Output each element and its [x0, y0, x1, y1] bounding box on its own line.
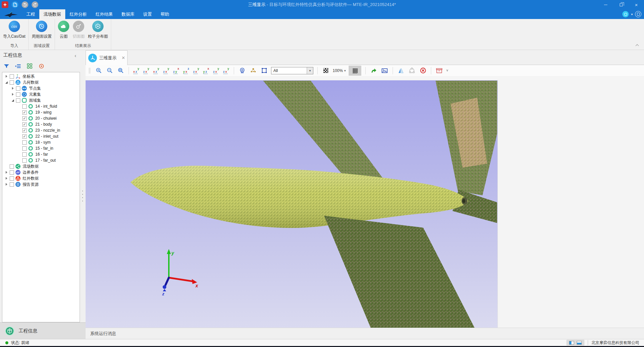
locate-target-icon[interactable]	[38, 63, 44, 69]
tree-item-boundary-conditions[interactable]: 边界条件	[2, 169, 80, 175]
undo-icon[interactable]	[22, 1, 28, 8]
tree-item-checkbox[interactable]: ✓	[22, 134, 27, 139]
tree-item-face-17-far-out[interactable]: 17 - far_out	[2, 157, 80, 163]
expander-closed-icon[interactable]	[4, 183, 9, 186]
tree-item-checkbox[interactable]: ✓	[22, 128, 27, 133]
menu-item-help[interactable]: 帮助	[156, 9, 173, 19]
import-cas-dat-button[interactable]: cas导入Cas/Dat	[1, 21, 27, 39]
tree-item-face-sets[interactable]: 面域集	[2, 97, 80, 103]
tree-item-checkbox[interactable]	[16, 86, 20, 91]
view-isometric-2-icon[interactable]: xyz	[203, 67, 210, 74]
tree-item-node-sets[interactable]: 节点集	[2, 85, 80, 91]
menu-item-engineering[interactable]: 工程	[22, 9, 39, 19]
tree-item-checkbox[interactable]	[10, 164, 14, 169]
tree-item-checkbox[interactable]	[16, 92, 20, 97]
zoom-percent-dropdown[interactable]: 100% ▾	[333, 68, 346, 73]
tree-item-element-sets[interactable]: 元素集	[2, 91, 80, 97]
maximize-button[interactable]	[613, 0, 629, 9]
menu-item-infrared-analysis[interactable]: 红外分析	[65, 9, 91, 19]
expander-closed-icon[interactable]	[11, 87, 15, 90]
expander-open-icon[interactable]	[4, 81, 9, 84]
ribbon-collapse-icon[interactable]	[636, 44, 639, 47]
transparency-checker-icon[interactable]	[322, 66, 330, 76]
tree-item-checkbox[interactable]	[22, 158, 27, 163]
redo-icon[interactable]	[32, 1, 38, 8]
zoom-fit-icon[interactable]	[117, 66, 125, 76]
view-back-icon[interactable]: yzx	[143, 67, 150, 74]
zoom-out-icon[interactable]	[106, 66, 114, 76]
layout-toggle-bottom-icon[interactable]	[577, 341, 582, 345]
tree-item-geometry-data[interactable]: 几何数据	[2, 79, 80, 85]
expander-open-icon[interactable]	[11, 99, 15, 102]
mirror-icon[interactable]	[397, 66, 405, 76]
tab-3d-display[interactable]: 三维显示 ✕	[86, 50, 128, 65]
tree-item-face-14-int-fluid[interactable]: 14 - int_fluid	[2, 103, 80, 109]
menu-item-flow-field-data[interactable]: 流场数据	[39, 9, 65, 19]
view-front-icon[interactable]: yxz	[133, 67, 140, 74]
panel-footer[interactable]: 工程信息	[0, 322, 86, 339]
view-isometric-1-icon[interactable]: yzx	[193, 67, 200, 74]
archive-box-icon[interactable]	[435, 66, 443, 76]
manual-icon[interactable]	[635, 11, 641, 17]
view-isometric-3-icon[interactable]: yzx	[213, 67, 220, 74]
tree-item-checkbox[interactable]	[22, 146, 27, 151]
layout-toggle-left-icon[interactable]	[569, 341, 574, 345]
contour-plot-button[interactable]: 云图	[56, 21, 71, 39]
tree-item-checkbox[interactable]	[10, 176, 14, 181]
quick-view-icon[interactable]	[622, 11, 629, 17]
tree-item-checkbox[interactable]: ✓	[22, 116, 27, 121]
view-left-icon[interactable]: yxz	[153, 67, 160, 74]
tree-item-face-22-inlet-out[interactable]: ✓22 - inlet_out	[2, 133, 80, 139]
menu-item-database[interactable]: 数据库	[117, 9, 139, 19]
tree-item-checkbox[interactable]: ✓	[22, 122, 27, 127]
close-button[interactable]: ×	[629, 0, 644, 9]
minimize-button[interactable]	[598, 0, 613, 9]
collapse-list-icon[interactable]	[15, 63, 21, 69]
zoom-in-icon[interactable]	[95, 66, 103, 76]
tree-item-face-15-far-in[interactable]: 15 - far_in	[2, 145, 80, 151]
tab-close-icon[interactable]: ✕	[122, 55, 125, 60]
chevron-down-icon[interactable]: ˅	[446, 69, 448, 72]
chevron-down-icon[interactable]: ▾	[631, 13, 633, 16]
tree-item-checkbox[interactable]	[10, 182, 14, 187]
slice-plot-button[interactable]: 切面图	[71, 21, 86, 39]
viewport-3d[interactable]: y x z	[86, 80, 497, 328]
export-arrow-icon[interactable]	[370, 66, 378, 76]
tree-item-checkbox[interactable]	[16, 98, 20, 103]
periodic-face-settings-button[interactable]: 周期面设置	[30, 21, 53, 39]
new-document-icon[interactable]	[12, 1, 18, 8]
tree-item-face-18-sym[interactable]: 18 - sym	[2, 139, 80, 145]
screenshot-image-icon[interactable]	[381, 66, 389, 76]
tree-item-checkbox[interactable]: ✓	[22, 110, 27, 115]
menu-item-settings[interactable]: 设置	[139, 9, 156, 19]
tree-item-face-20-chuiwei[interactable]: ✓20 - chuiwei	[2, 115, 80, 121]
panel-splitter[interactable]	[82, 189, 83, 202]
tree-item-checkbox[interactable]	[10, 170, 14, 175]
particle-distribution-plot-button[interactable]: 粒子分布图	[86, 21, 110, 39]
view-bottom-icon[interactable]: zyx	[183, 67, 190, 74]
tree-item-face-21-body[interactable]: ✓21 - body	[2, 121, 80, 127]
tree-item-checkbox[interactable]	[10, 80, 14, 85]
combobox-dropdown-icon[interactable]: ▾	[307, 67, 313, 74]
expander-closed-icon[interactable]	[4, 177, 9, 180]
tree-item-checkbox[interactable]	[22, 152, 27, 157]
expander-closed-icon[interactable]	[11, 93, 15, 96]
view-isometric-4-icon[interactable]: yzx	[223, 67, 230, 74]
grid-view-icon[interactable]	[27, 63, 33, 69]
delete-icon[interactable]	[419, 66, 427, 76]
tree-item-face-23-nozzle-in[interactable]: ✓23 - nozzle_in	[2, 127, 80, 133]
expander-closed-icon[interactable]	[4, 75, 9, 78]
expander-closed-icon[interactable]	[4, 171, 9, 174]
tree-item-checkbox[interactable]	[10, 74, 14, 79]
filter-icon[interactable]	[3, 63, 9, 69]
view-right-icon[interactable]: yzx	[163, 67, 170, 74]
tree-item-flow-field-data[interactable]: 流场数据	[2, 163, 80, 169]
panel-collapse-icon[interactable]: ‹	[75, 53, 76, 58]
tree-item-face-16-far[interactable]: 16 - far	[2, 151, 80, 157]
view-top-icon[interactable]: xzy	[173, 67, 180, 74]
tree-item-checkbox[interactable]	[22, 140, 27, 145]
tree-item-checkbox[interactable]	[22, 104, 27, 109]
tree-item-coordinate-system[interactable]: YZX坐标系	[2, 73, 80, 79]
render-molecule-icon[interactable]	[249, 66, 257, 76]
tree-item-report-resources[interactable]: 报告资源	[2, 181, 80, 187]
